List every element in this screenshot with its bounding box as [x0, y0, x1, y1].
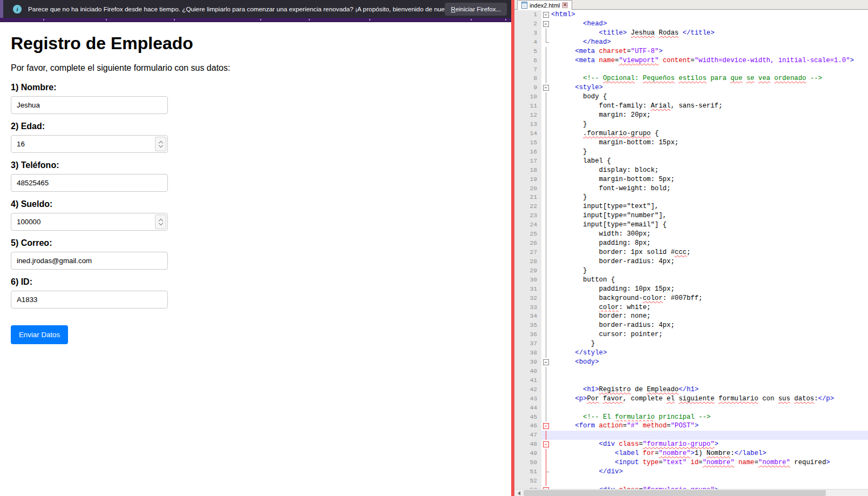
code-text: .formulario-grupo { — [551, 129, 868, 138]
scroll-thumb[interactable] — [524, 490, 826, 496]
form-group: 5) Correo: — [11, 238, 511, 270]
line-number: 4 — [514, 38, 541, 47]
fold-guide — [541, 385, 551, 394]
code-text: cursor: pointer; — [551, 330, 868, 339]
fold-guide — [541, 38, 551, 47]
info-icon: i — [13, 5, 22, 14]
restart-firefox-button[interactable]: Reiniciar Firefox... — [445, 3, 507, 16]
code-line-29: 29 } — [514, 266, 868, 276]
code-text: width: 300px; — [551, 230, 868, 239]
tab-index2-html[interactable]: index2.html ✕ — [517, 0, 572, 10]
fold-guide — [541, 257, 551, 266]
tab-close-icon[interactable]: ✕ — [562, 2, 568, 8]
editor-window: index2.html ✕ 1<html>2 <head>3 <title> J… — [514, 0, 868, 496]
fold-guide — [541, 56, 551, 65]
scroll-left-arrow-icon[interactable] — [516, 490, 522, 496]
code-line-48: 48 <div class="formulario-grupo"> — [514, 440, 868, 449]
fold-guide — [541, 202, 551, 211]
code-text: <form action="#" method="POST"> — [551, 421, 868, 431]
code-text: } — [551, 120, 868, 129]
edad-input[interactable] — [11, 135, 168, 153]
fold-marker-icon[interactable] — [541, 10, 551, 19]
fold-marker-icon[interactable] — [541, 358, 551, 367]
fold-guide — [541, 458, 551, 467]
code-line-47: 47 — [514, 431, 868, 440]
form-group: 2) Edad: — [11, 122, 511, 153]
code-line-5: 5 <meta charset="UTF-8"> — [514, 47, 868, 56]
tab-label: index2.html — [530, 2, 560, 9]
edad-spinner[interactable] — [155, 137, 166, 151]
tab-bar: index2.html ✕ — [514, 0, 868, 10]
code-line-45: 45 <!-- El formulario principal --> — [514, 413, 868, 422]
code-text — [551, 376, 868, 385]
fold-guide — [541, 266, 551, 276]
fold-guide — [541, 29, 551, 38]
form-group: 1) Nombre: — [11, 83, 511, 114]
fold-marker-icon[interactable] — [541, 440, 551, 449]
code-line-31: 31 padding: 10px 15px; — [514, 285, 868, 294]
code-text: <input type="text" id="nombre" name="nom… — [551, 458, 868, 467]
code-line-34: 34 border: none; — [514, 312, 868, 321]
code-text: <title> Jeshua Rodas </title> — [551, 29, 868, 38]
fold-marker-icon[interactable] — [541, 19, 551, 29]
line-number: 36 — [514, 330, 541, 339]
fold-marker-icon[interactable] — [541, 421, 551, 431]
line-number: 6 — [514, 56, 541, 65]
sueldo-spinner[interactable] — [155, 215, 166, 229]
line-number: 50 — [514, 458, 541, 467]
code-line-52: 52 — [514, 477, 868, 486]
horizontal-scrollbar[interactable] — [514, 489, 868, 496]
line-number: 1 — [514, 10, 541, 19]
code-area[interactable]: 1<html>2 <head>3 <title> Jeshua Rodas </… — [514, 10, 868, 496]
form-page: Registro de Empleado Por favor, complete… — [0, 22, 511, 496]
code-line-18: 18 display: block; — [514, 166, 868, 175]
id-inputwrap — [11, 291, 168, 309]
code-line-22: 22 input[type="text"], — [514, 202, 868, 211]
spinner-down-icon[interactable] — [159, 145, 163, 148]
code-line-15: 15 margin-bottom: 15px; — [514, 138, 868, 148]
strip-mark — [260, 19, 261, 21]
nombre-input[interactable] — [11, 96, 168, 114]
code-line-3: 3 <title> Jeshua Rodas </title> — [514, 29, 868, 38]
code-text — [551, 404, 868, 413]
id-label: 6) ID: — [11, 277, 511, 287]
fold-guide — [541, 175, 551, 184]
code-line-37: 37 } — [514, 339, 868, 348]
line-number: 51 — [514, 467, 541, 477]
code-line-16: 16 } — [514, 148, 868, 157]
line-number: 24 — [514, 220, 541, 230]
code-line-25: 25 width: 300px; — [514, 230, 868, 239]
correo-input[interactable] — [11, 252, 168, 270]
fold-marker-icon[interactable] — [541, 83, 551, 92]
submit-button[interactable]: Enviar Datos — [11, 325, 68, 344]
spinner-down-icon[interactable] — [159, 223, 163, 225]
fold-guide — [541, 376, 551, 385]
form-fields: 1) Nombre:2) Edad:3) Teléfono:4) Sueldo:… — [11, 83, 511, 309]
fold-guide — [541, 321, 551, 330]
line-number: 19 — [514, 175, 541, 184]
form-group: 4) Sueldo: — [11, 199, 511, 231]
code-line-42: 42 <h1>Registro de Empleado</h1> — [514, 385, 868, 394]
code-text: input[type="number"], — [551, 211, 868, 220]
telefono-input[interactable] — [11, 174, 168, 192]
fold-guide — [541, 211, 551, 220]
code-text: <!-- Opcional: Pequeños estilos para que… — [551, 74, 868, 83]
id-input[interactable] — [11, 291, 168, 309]
code-text: <body> — [551, 358, 868, 367]
fold-guide — [541, 339, 551, 348]
line-number: 35 — [514, 321, 541, 330]
code-line-50: 50 <input type="text" id="nombre" name="… — [514, 458, 868, 467]
line-number: 41 — [514, 376, 541, 385]
code-line-21: 21 } — [514, 193, 868, 202]
code-text: font-weight: bold; — [551, 184, 868, 193]
code-text: } — [551, 193, 868, 202]
sueldo-input[interactable] — [11, 213, 168, 231]
sueldo-inputwrap — [11, 213, 168, 231]
line-number: 30 — [514, 276, 541, 285]
correo-inputwrap — [11, 252, 168, 270]
line-number: 25 — [514, 230, 541, 239]
code-text: <meta name="viewport" content="width=dev… — [551, 56, 868, 65]
code-text: display: block; — [551, 166, 868, 175]
line-number: 14 — [514, 129, 541, 138]
line-number: 40 — [514, 367, 541, 376]
